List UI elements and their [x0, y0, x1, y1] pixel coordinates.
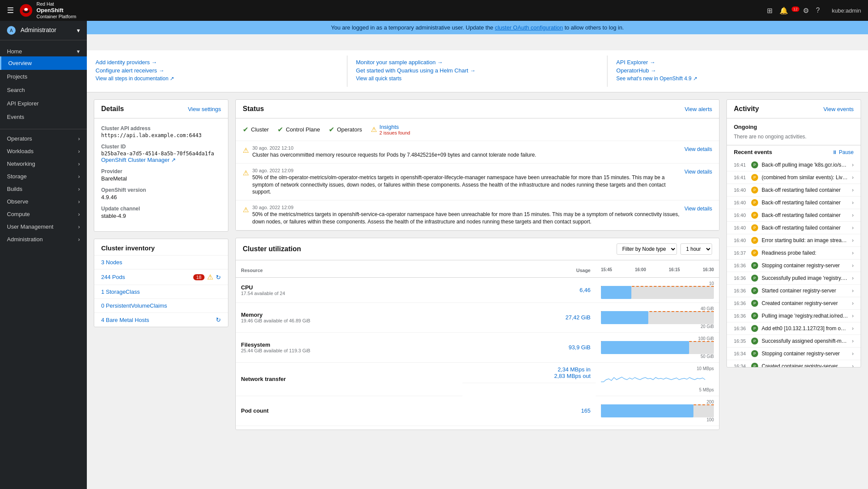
top-navigation: ☰ Red Hat OpenShift Container Platform ⊞…: [0, 0, 868, 21]
view-alerts-link[interactable]: View alerts: [685, 106, 712, 112]
event-text: Stopping container registry-server: [762, 263, 848, 269]
event-detail-arrow[interactable]: ›: [852, 200, 854, 206]
view-settings-link[interactable]: View settings: [188, 106, 221, 112]
filter-node-type-select[interactable]: Filter by Node type: [617, 243, 677, 255]
sidebar-item-projects[interactable]: Projects: [0, 70, 87, 83]
inventory-item-link[interactable]: 1 StorageClass: [101, 289, 140, 295]
help-icon[interactable]: ?: [816, 7, 820, 14]
event-text: Stopping container registry-server: [762, 351, 848, 357]
event-list-item: 16:40PError starting build: an image str…: [727, 234, 861, 247]
alert-view-details-link[interactable]: View details: [684, 169, 712, 175]
quick-link-quick-starts[interactable]: View all quick starts: [356, 75, 599, 82]
util-resource-sub: 19.46 GiB available of 46.89 GiB: [241, 318, 457, 323]
builds-arrow: ›: [78, 186, 80, 192]
col-resource: Resource: [236, 264, 462, 278]
sidebar-observe-group[interactable]: Observe ›: [0, 194, 87, 207]
event-detail-arrow[interactable]: ›: [852, 300, 854, 306]
util-resource-name: Filesystem: [241, 341, 457, 348]
sidebar-item-search[interactable]: Search: [0, 83, 87, 97]
quick-link-identity[interactable]: Add identity providers →: [96, 59, 338, 66]
status-item-label: Control Plane: [286, 126, 320, 133]
event-detail-arrow[interactable]: ›: [852, 237, 854, 243]
event-detail-arrow[interactable]: ›: [852, 363, 854, 367]
event-list-item: 16:36PAdd eth0 [10.132.1.127/23] from ov…: [727, 322, 861, 335]
sidebar-item-api-explorer[interactable]: API Explorer: [0, 97, 87, 110]
event-detail-arrow[interactable]: ›: [852, 162, 854, 168]
openshift-version-value: 4.9.46: [101, 194, 221, 200]
observe-label: Observe: [7, 198, 28, 205]
quick-link-quarkus[interactable]: Get started with Quarkus using a Helm Ch…: [356, 67, 599, 74]
user-management-arrow: ›: [78, 223, 80, 230]
status-item-label[interactable]: Insights: [380, 124, 399, 130]
alert-list: ⚠30 ago. 2022 12:10Cluster has overcommi…: [236, 141, 719, 230]
inventory-item-link[interactable]: 244 Pods: [101, 274, 125, 280]
inventory-item-link[interactable]: 3 Nodes: [101, 259, 122, 266]
event-detail-arrow[interactable]: ›: [852, 250, 854, 256]
event-list-item: 16:40PBack-off restarting failed contain…: [727, 184, 861, 197]
status-item: ✔Operators: [329, 125, 362, 134]
cluster-manager-anchor[interactable]: OpenShift Cluster Manager ↗: [101, 157, 176, 163]
cluster-oauth-link[interactable]: cluster OAuth configuration: [495, 24, 563, 31]
event-detail-arrow[interactable]: ›: [852, 325, 854, 331]
event-detail-arrow[interactable]: ›: [852, 288, 854, 294]
event-detail-arrow[interactable]: ›: [852, 275, 854, 281]
notifications-icon[interactable]: 🔔12: [779, 7, 796, 15]
event-detail-arrow[interactable]: ›: [852, 225, 854, 231]
event-detail-arrow[interactable]: ›: [852, 338, 854, 344]
sidebar-workloads-group[interactable]: Workloads ›: [0, 144, 87, 156]
grid-icon[interactable]: ⊞: [767, 7, 772, 15]
event-time: 16:36: [734, 276, 748, 281]
admin-switcher[interactable]: A Administrator ▾: [0, 21, 87, 40]
sidebar-item-overview[interactable]: Overview: [0, 56, 87, 70]
quick-link-docs[interactable]: View all steps in documentation ↗: [96, 75, 338, 82]
sidebar-storage-group[interactable]: Storage ›: [0, 169, 87, 181]
sidebar-compute-group[interactable]: Compute ›: [0, 207, 87, 219]
brand-line2: OpenShift: [36, 7, 76, 14]
compute-label: Compute: [7, 211, 30, 217]
utilization-controls: Filter by Node type 1 hour: [617, 243, 712, 255]
notifications-badge: 12: [792, 7, 799, 12]
alert-view-details-link[interactable]: View details: [684, 146, 712, 152]
check-icon: ✔: [329, 125, 334, 134]
user-menu[interactable]: kube:admin: [832, 7, 861, 14]
admin-icon: A: [7, 26, 16, 35]
event-detail-arrow[interactable]: ›: [852, 351, 854, 357]
settings-icon[interactable]: ⚙: [803, 7, 809, 15]
left-column: Details View settings Cluster API addres…: [94, 99, 228, 430]
sidebar-networking-group[interactable]: Networking ›: [0, 156, 87, 169]
quick-link-api-explorer[interactable]: API Explorer →: [616, 59, 859, 66]
quick-link-monitor-app[interactable]: Monitor your sample application →: [356, 59, 599, 66]
view-events-link[interactable]: View events: [823, 106, 854, 112]
sidebar-item-events[interactable]: Events: [0, 110, 87, 124]
hamburger-menu[interactable]: ☰: [7, 6, 14, 15]
inventory-item-link[interactable]: 4 Bare Metal Hosts: [101, 317, 149, 323]
brand-line1: Red Hat: [36, 1, 54, 7]
event-text: Error starting build: an image stream ..…: [762, 237, 848, 243]
event-detail-arrow[interactable]: ›: [852, 187, 854, 193]
quick-link-alert-receivers[interactable]: Configure alert receivers →: [96, 67, 338, 74]
sidebar-home-group[interactable]: Home ▾: [0, 44, 87, 56]
sidebar-operators-group[interactable]: Operators ›: [0, 131, 87, 144]
quick-link-whats-new[interactable]: See what's new in OpenShift 4.9 ↗: [616, 75, 859, 82]
event-detail-arrow[interactable]: ›: [852, 174, 854, 181]
event-text: Add eth0 [10.132.1.127/23] from ovn-kube…: [762, 325, 848, 331]
alert-item: ⚠30 ago. 2022 12:0950% of the metrics/me…: [236, 200, 719, 230]
sidebar-user-management-group[interactable]: User Management ›: [0, 219, 87, 232]
alert-time: 30 ago. 2022 12:09: [252, 168, 681, 173]
event-detail-arrow[interactable]: ›: [852, 212, 854, 218]
pause-button[interactable]: ⏸ Pause: [832, 149, 854, 155]
event-detail-arrow[interactable]: ›: [852, 263, 854, 269]
time-range-select[interactable]: 1 hour: [680, 243, 712, 255]
redhat-logo: [19, 3, 33, 17]
inventory-item-link[interactable]: 0 PersistentVolumeClaims: [101, 302, 167, 309]
activity-header: Activity View events: [727, 100, 861, 118]
alert-view-details-link[interactable]: View details: [684, 206, 712, 212]
event-detail-arrow[interactable]: ›: [852, 313, 854, 319]
workloads-label: Workloads: [7, 148, 33, 154]
operators-arrow: ›: [78, 135, 80, 142]
sidebar-administration-group[interactable]: Administration ›: [0, 232, 87, 244]
quick-link-operator-hub[interactable]: OperatorHub →: [616, 67, 859, 74]
sidebar-builds-group[interactable]: Builds ›: [0, 181, 87, 194]
inventory-item-badges: 18⚠↻: [193, 273, 221, 281]
event-time: 16:37: [734, 250, 748, 256]
